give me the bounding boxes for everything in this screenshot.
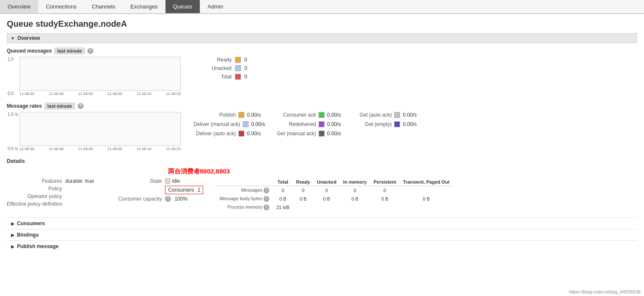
details-key: Effective policy definition	[7, 201, 62, 207]
rate-value: 0.00/s	[247, 112, 261, 118]
legend-swatch	[235, 74, 241, 80]
nav-tab-exchanges[interactable]: Exchanges	[123, 0, 165, 13]
rates-chart-legend: 1.0 /s 0.0 /s 11:48:3011:48:4011:48:5011…	[7, 112, 637, 151]
page-title: Queue studyExchange.nodeA	[7, 19, 637, 29]
nav-tab-connections[interactable]: Connections	[38, 0, 84, 13]
qm-x-label: 11:49:20	[166, 92, 181, 96]
details-key: Features	[7, 178, 62, 184]
qm-x-label: 11:49:10	[137, 92, 151, 96]
rates-label: Message rates last minute ?	[7, 103, 637, 109]
details-left-row: Policy	[7, 186, 94, 192]
rate-label: Get (auto ack)	[349, 112, 392, 118]
rate-value: 0.00/s	[327, 121, 341, 127]
collapsible-publish-message[interactable]: ▶ Publish message	[7, 240, 637, 252]
legend-label: Total	[198, 74, 232, 80]
state-dot	[165, 179, 170, 184]
page-content: Queue studyExchange.nodeA ▼ Overview Que…	[0, 14, 644, 257]
details-title: Details	[7, 158, 637, 164]
stats-help[interactable]: ?	[263, 196, 269, 202]
stats-col-header: In memory	[340, 178, 370, 186]
details-left-row: Effective policy definition	[7, 201, 94, 207]
rates-chart	[20, 112, 181, 146]
rates-x-labels: 11:48:3011:48:4011:48:5011:49:0011:49:10…	[20, 147, 181, 151]
rate-row: Deliver (auto ack) 0.00/s	[193, 131, 265, 137]
legend-row: Unacked 0	[198, 65, 247, 71]
details-val: durable: true	[65, 178, 94, 184]
rates-x-label: 11:48:40	[49, 147, 64, 151]
stats-col-header: Transient, Paged Out	[400, 178, 453, 186]
nav-tab-admin[interactable]: Admin	[200, 0, 231, 13]
legend-label: Unacked	[198, 65, 232, 71]
legend-swatch	[235, 65, 241, 71]
stats-help[interactable]: ?	[263, 187, 269, 193]
collapsible-consumers[interactable]: ▶ Consumers	[7, 218, 637, 229]
rates-col-0: Publish 0.00/s Deliver (manual ack) 0.00…	[193, 112, 265, 137]
stats-cell: 0 B	[314, 195, 340, 203]
state-key: State	[106, 178, 162, 184]
collapsibles: ▶ Consumers ▶ Bindings ▶ Publish message	[7, 218, 637, 252]
details-stats: TotalReadyUnackedIn memoryPersistentTran…	[216, 178, 453, 212]
stats-cell: 0	[293, 186, 314, 195]
details-left: Features durable: true Policy Operator p…	[7, 178, 94, 212]
rate-row: Get (auto ack) 0.00/s	[349, 112, 417, 118]
stats-cell	[370, 203, 400, 212]
details-middle-row: Consumer capacity ? 100%	[106, 196, 203, 202]
rates-x-label: 11:48:30	[20, 147, 34, 151]
stats-cell	[400, 186, 453, 195]
nav-tab-queues[interactable]: Queues	[165, 0, 200, 13]
stats-cell	[293, 203, 314, 212]
qm-legend: Ready 0 Unacked 0 Total 0	[198, 57, 247, 82]
stats-col-header: Unacked	[314, 178, 340, 186]
legend-value: 0	[244, 74, 247, 80]
stats-help[interactable]: ?	[263, 204, 269, 210]
details-grid: Features durable: true Policy Operator p…	[7, 178, 637, 212]
rates-help[interactable]: ?	[78, 103, 84, 109]
stats-cell: 0	[370, 186, 400, 195]
rate-swatch	[319, 131, 325, 137]
overview-header[interactable]: ▼ Overview	[7, 33, 637, 43]
details-key: Policy	[7, 186, 62, 192]
queued-messages-section: Queued messages last minute ? 1.0 0.0 11…	[7, 47, 637, 96]
rate-swatch	[243, 121, 249, 127]
stats-cell	[340, 203, 370, 212]
rates-col-1: Consumer ack 0.00/s Redelivered 0.00/s G…	[274, 112, 341, 137]
cap-help[interactable]: ?	[165, 196, 171, 202]
collapsible-arrow: ▶	[11, 233, 14, 237]
rate-row: Consumer ack 0.00/s	[274, 112, 341, 118]
stats-col-header: Persistent	[370, 178, 400, 186]
stats-cell	[314, 203, 340, 212]
qm-y-top: 1.0	[8, 57, 14, 61]
rate-label: Deliver (auto ack)	[193, 131, 236, 137]
qm-chart-wrapper: 1.0 0.0 11:48:3011:48:4011:48:5011:49:00…	[20, 57, 181, 96]
legend-value: 0	[244, 57, 247, 63]
rates-badge[interactable]: last minute	[45, 103, 75, 109]
legend-label: Ready	[198, 57, 232, 63]
rate-swatch	[319, 121, 325, 127]
qm-help[interactable]: ?	[87, 48, 93, 54]
legend-row: Ready 0	[198, 57, 247, 63]
nav-tab-channels[interactable]: Channels	[84, 0, 123, 13]
stats-header-empty	[216, 178, 273, 186]
rates-x-label: 11:48:50	[78, 147, 93, 151]
rate-value: 0.00/s	[327, 131, 341, 137]
rate-value: 0.00/s	[327, 112, 341, 118]
qm-chart	[20, 57, 181, 91]
rate-label: Deliver (manual ack)	[193, 121, 240, 127]
qm-x-label: 11:48:30	[20, 92, 34, 96]
stats-cell: 0 B	[340, 195, 370, 203]
details-left-row: Features durable: true	[7, 178, 94, 184]
qm-badge[interactable]: last minute	[54, 47, 85, 54]
rates-x-label: 11:49:00	[107, 147, 122, 151]
stats-cell: 0 B	[273, 195, 293, 203]
rate-label: Get (manual ack)	[274, 131, 316, 137]
nav-tab-overview[interactable]: Overview	[0, 0, 38, 13]
collapsible-bindings[interactable]: ▶ Bindings	[7, 229, 637, 240]
stats-row-label: Process memory ?	[216, 203, 273, 212]
qm-x-label: 11:49:00	[107, 92, 122, 96]
rate-value: 0.00/s	[403, 121, 417, 127]
annotation-text: 两台消费者8802,8803	[168, 168, 637, 176]
stats-row: Message body bytes ?0 B0 B0 B0 B0 B0 B	[216, 195, 453, 203]
stats-cell: 0 B	[400, 195, 453, 203]
title-prefix: Queue	[7, 19, 33, 28]
details-section: Details 两台消费者8802,8803 Features durable:…	[7, 158, 637, 212]
